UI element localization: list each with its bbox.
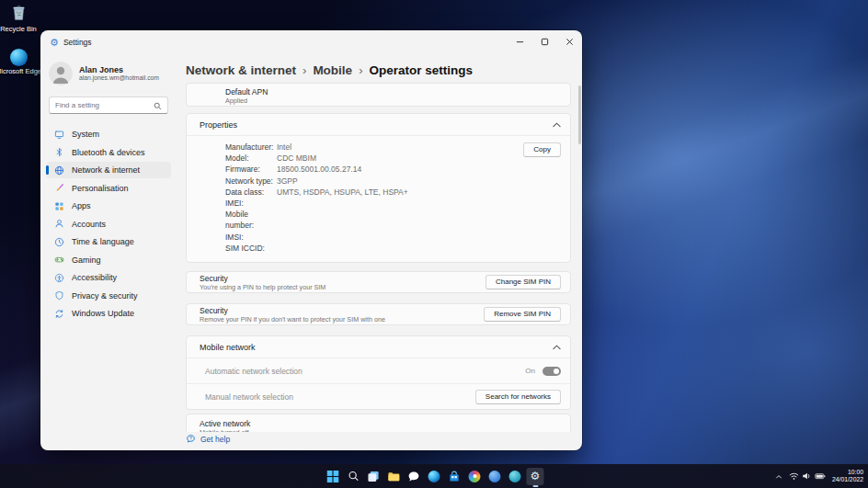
breadcrumb-separator: › bbox=[303, 63, 306, 77]
property-row: IMSI: bbox=[225, 232, 561, 243]
taskbar: ⚙ 10:00 24/01/2022 bbox=[0, 464, 868, 488]
recycle-bin-icon bbox=[11, 5, 27, 24]
change-sim-pin-button[interactable]: Change SIM PIN bbox=[485, 275, 561, 289]
tray-time: 10:00 bbox=[832, 469, 863, 477]
settings-scroll-area: Default APN Applied Properties Manufactu… bbox=[186, 83, 571, 432]
maximize-button[interactable] bbox=[532, 30, 557, 53]
copy-button[interactable]: Copy bbox=[523, 142, 561, 157]
property-row: Manufacturer:Intel bbox=[225, 142, 561, 153]
wifi-icon bbox=[789, 468, 799, 484]
properties-card: Properties Manufacturer:Intel Model:CDC … bbox=[186, 113, 571, 263]
search-icon bbox=[154, 97, 162, 114]
default-apn-card: Default APN Applied bbox=[186, 83, 571, 107]
svg-text:?: ? bbox=[189, 437, 192, 441]
sidebar-item-accounts[interactable]: Accounts bbox=[46, 216, 171, 233]
scrollbar-thumb[interactable] bbox=[578, 85, 581, 144]
main-content: Network & internet › Mobile › Operator s… bbox=[177, 54, 582, 450]
photos-icon[interactable] bbox=[466, 468, 484, 485]
close-button[interactable] bbox=[557, 30, 582, 53]
remove-sim-pin-button[interactable]: Remove SIM PIN bbox=[484, 307, 561, 322]
update-arrows-icon bbox=[54, 309, 64, 319]
manual-network-selection-row: Manual network selection Search for netw… bbox=[187, 384, 570, 409]
sidebar-item-time-language[interactable]: Time & language bbox=[46, 233, 171, 250]
sidebar-item-gaming[interactable]: Gaming bbox=[46, 252, 171, 268]
breadcrumb: Network & internet › Mobile › Operator s… bbox=[186, 62, 571, 79]
taskbar-search-icon[interactable] bbox=[345, 468, 362, 485]
taskbar-center: ⚙ bbox=[325, 464, 544, 488]
system-tray: 10:00 24/01/2022 bbox=[775, 464, 863, 488]
edge-label: Microsoft Edge bbox=[0, 68, 41, 76]
file-explorer-icon[interactable] bbox=[385, 468, 403, 485]
property-row: Mobile number: bbox=[225, 209, 561, 231]
property-row: SIM ICCID: bbox=[225, 243, 561, 254]
security-description: Remove your PIN if you don't want to pro… bbox=[200, 315, 385, 323]
breadcrumb-network-internet[interactable]: Network & internet bbox=[186, 63, 296, 77]
property-row: Model:CDC MBIM bbox=[225, 153, 561, 164]
settings-window: ⚙ Settings Al bbox=[40, 30, 582, 450]
quick-settings[interactable] bbox=[789, 468, 826, 484]
app-icon[interactable] bbox=[507, 468, 524, 485]
sidebar-item-accessibility[interactable]: Accessibility bbox=[46, 269, 171, 286]
accessibility-person-icon bbox=[54, 273, 64, 283]
desktop-icon-microsoft-edge[interactable]: Microsoft Edge bbox=[0, 49, 42, 76]
person-icon bbox=[54, 219, 64, 229]
volume-icon bbox=[802, 468, 812, 484]
security-title: Security bbox=[200, 306, 385, 315]
sidebar-item-network-internet[interactable]: Network & internet bbox=[46, 162, 171, 178]
settings-app-icon: ⚙ bbox=[50, 38, 59, 48]
shield-icon bbox=[54, 290, 64, 301]
window-controls bbox=[508, 30, 582, 53]
breadcrumb-separator: › bbox=[359, 63, 362, 77]
globe-icon bbox=[54, 165, 64, 176]
clock-icon bbox=[54, 237, 64, 247]
search-box[interactable] bbox=[49, 96, 168, 114]
search-input[interactable] bbox=[55, 101, 154, 109]
get-help-link[interactable]: ? Get help bbox=[186, 433, 230, 446]
microsoft-store-icon[interactable] bbox=[446, 468, 463, 485]
properties-body: Manufacturer:Intel Model:CDC MBIM Firmwa… bbox=[187, 136, 570, 262]
search-for-networks-button[interactable]: Search for networks bbox=[475, 390, 561, 404]
security-description: You're using a PIN to help protect your … bbox=[200, 283, 326, 291]
task-view-icon[interactable] bbox=[365, 468, 383, 485]
active-network-card: Active network Mobile turned off bbox=[186, 414, 571, 432]
app-icon[interactable] bbox=[486, 468, 504, 485]
desktop-icon-recycle-bin[interactable]: Recycle Bin bbox=[0, 5, 42, 33]
default-apn-status: Applied bbox=[225, 96, 561, 105]
window-title: Settings bbox=[63, 38, 92, 47]
profile[interactable]: Alan Jones alan.jones.wm@hotmail.com bbox=[49, 62, 175, 85]
sidebar-item-privacy-security[interactable]: Privacy & security bbox=[46, 288, 171, 304]
chevron-up-icon bbox=[553, 122, 561, 128]
start-button[interactable] bbox=[325, 468, 342, 485]
active-network-status: Mobile turned off bbox=[200, 428, 561, 432]
battery-icon bbox=[815, 468, 826, 484]
clock[interactable]: 10:00 24/01/2022 bbox=[832, 469, 863, 484]
settings-taskbar-icon[interactable]: ⚙ bbox=[527, 468, 544, 485]
chat-icon[interactable] bbox=[405, 468, 423, 485]
sidebar-item-personalisation[interactable]: Personalisation bbox=[46, 180, 171, 197]
bluetooth-icon bbox=[54, 147, 64, 157]
gamepad-icon bbox=[54, 255, 64, 265]
sidebar: Alan Jones alan.jones.wm@hotmail.com Sys… bbox=[40, 54, 177, 450]
active-network-title: Active network bbox=[200, 419, 561, 428]
breadcrumb-mobile[interactable]: Mobile bbox=[313, 63, 352, 77]
minimize-button[interactable] bbox=[508, 30, 532, 53]
tray-date: 24/01/2022 bbox=[832, 476, 863, 484]
profile-name: Alan Jones bbox=[79, 65, 159, 74]
properties-header[interactable]: Properties bbox=[187, 114, 570, 135]
sidebar-item-system[interactable]: System bbox=[46, 126, 171, 142]
titlebar: ⚙ Settings bbox=[40, 30, 582, 54]
sidebar-item-bluetooth-devices[interactable]: Bluetooth & devices bbox=[46, 144, 171, 161]
mobile-network-card: Mobile network Automatic network selecti… bbox=[186, 335, 571, 410]
sidebar-item-apps[interactable]: Apps bbox=[46, 198, 171, 214]
sidebar-item-windows-update[interactable]: Windows Update bbox=[46, 305, 171, 322]
hidden-icons-chevron[interactable] bbox=[775, 468, 782, 484]
edge-icon bbox=[10, 49, 28, 66]
automatic-network-toggle[interactable] bbox=[542, 367, 561, 376]
edge-icon[interactable] bbox=[426, 468, 443, 485]
security-remove-pin-card: Security Remove your PIN if you don't wa… bbox=[186, 303, 571, 325]
property-row: Data class:UMTS, HSDPA, HSUPA, LTE, HSPA… bbox=[225, 187, 561, 198]
chevron-up-icon bbox=[553, 345, 561, 350]
recycle-bin-label: Recycle Bin bbox=[0, 26, 37, 34]
page-title: Operator settings bbox=[369, 63, 473, 77]
mobile-network-header[interactable]: Mobile network bbox=[187, 336, 570, 357]
